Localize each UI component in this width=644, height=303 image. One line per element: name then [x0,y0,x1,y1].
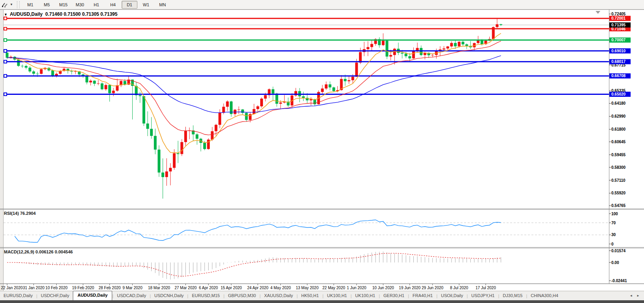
line-price-label: 0.69010 [611,49,626,53]
time-tick-label: 6 Apr 2020 [199,286,218,290]
chart-tab-bar: EURUSD,Daily|USDCHF,DailyAUDUSD,Daily|US… [0,291,644,300]
chart-tab-ger30-h1[interactable]: GER30,H1 [380,292,408,300]
time-tick-label: 15 Apr 2020 [220,286,242,290]
collapse-chart-icon[interactable]: ▼ [4,13,7,17]
time-tick-label: 29 Jun 2020 [422,286,443,290]
price-tick-label: 0.55920 [611,191,626,195]
time-tick-label: 19 Feb 2020 [72,286,94,290]
time-tick-label: 19 Jun 2020 [399,286,420,290]
chart-tab-uk100-h1[interactable]: UK100,H1 [324,292,351,300]
timeframe-button-m5[interactable]: M5 [39,1,55,9]
timeframe-button-m15[interactable]: M15 [56,1,71,9]
line-price-label: 0.65020 [611,92,626,96]
tab-scroll-controls: ◄► [627,291,644,300]
time-tick-label: 22 Jan 2020 [1,286,22,290]
line-handle[interactable] [4,39,7,41]
chart-tab-uk100-h1[interactable]: UK100,H1 [352,292,379,300]
rsi-axis-label: 70 [611,221,616,225]
chart-tab-eurusd-m15[interactable]: EURUSD,M15 [188,292,223,300]
timeframe-button-w1[interactable]: W1 [138,1,154,9]
time-tick-label: 9 Mar 2020 [122,286,142,290]
time-tick-label: 18 Mar 2020 [148,286,170,290]
line-handle[interactable] [4,93,7,96]
macd-axis-label: 0.01574 [611,249,626,253]
candle [158,145,161,177]
macd-axis-label: 0.00 [611,261,619,265]
candle [260,98,263,108]
tab-scroll-left-icon[interactable]: ◄ [627,294,635,297]
tab-scroll-right-icon[interactable]: ► [635,294,642,297]
line-handle[interactable] [4,28,7,30]
rsi-current-value: 76.2904 [20,211,36,216]
timeframe-button-m1[interactable]: M1 [22,1,38,9]
price-tick-label: 0.59455 [611,153,626,157]
candle [101,82,104,90]
time-tick-label: 24 Apr 2020 [247,286,268,290]
price-tick-label: 0.61800 [611,127,626,131]
price-tick-label: 0.72405 [611,12,626,16]
line-price-label: 0.70007 [611,38,626,42]
timeframe-button-mn[interactable]: MN [155,1,170,9]
price-tick-label: 0.64180 [611,101,626,105]
chart-tab-usdchf-daily[interactable]: USDCHF,Daily [37,292,73,300]
candle [386,40,389,59]
chart-tab-usdjpy-h1[interactable]: USDJPY,H1 [468,292,498,300]
current-price-label: 0.71395 [611,23,626,27]
macd-axis-label: -0.02441 [611,279,627,283]
line-handle[interactable] [4,60,7,63]
chart-title: ▼AUDUSD,Daily 0.71460 0.71500 0.71305 0.… [4,11,117,17]
chart-symbol-label: AUDUSD,Daily [10,11,43,17]
timeframe-button-d1[interactable]: D1 [122,1,137,9]
window-bottom-edge [0,300,644,303]
price-chart[interactable]: 22 Jan 202031 Jan 202010 Feb 202019 Feb … [0,9,644,291]
toolbar-grip[interactable] [17,1,20,8]
timeframe-button-h4[interactable]: H4 [105,1,121,9]
chart-tab-usdcad-daily[interactable]: USDCAD,Daily [113,292,150,300]
candle [207,138,210,150]
timeframe-button-h1[interactable]: H1 [89,1,104,9]
macd-indicator-label: MACD(12,26,9) 0.006126 0.004546 [4,249,73,254]
time-tick-label: 4 May 2020 [270,286,291,290]
line-handle[interactable] [4,17,7,20]
line-price-label: 0.66708 [611,74,626,78]
time-tick-label: 27 Mar 2020 [174,286,197,290]
time-tick-label: 10 Feb 2020 [45,286,68,290]
rsi-axis-label: 0 [611,242,614,246]
chart-tab-gbpusd-m30[interactable]: GBPUSD,M30 [224,292,259,300]
candle [40,68,43,74]
tool-dropdown-caret-icon[interactable]: ▼ [10,3,13,6]
toolbar: ▼ M1M5M15M30H1H4D1W1MN [0,0,644,9]
chart-tab-hk50-h1[interactable]: HK50,H1 [298,292,322,300]
line-handle[interactable] [4,74,7,77]
price-tick-label: 0.60645 [611,140,626,144]
chart-tab-dj30-m15[interactable]: DJ30,M15 [499,292,526,300]
chart-tab-china300-h4[interactable]: CHINA300,H4 [527,292,562,300]
price-tick-label: 0.62990 [611,114,626,118]
time-tick-label: 8 Jul 2020 [450,286,468,290]
chart-tab-eurusd-daily[interactable]: EURUSD,Daily [0,292,36,300]
line-handle[interactable] [4,50,7,52]
chart-tab-audusd-daily[interactable]: AUDUSD,Daily [73,291,112,301]
timeframe-button-m30[interactable]: M30 [72,1,88,9]
rsi-axis-label: 100 [611,212,618,216]
time-tick-label: 1 Jun 2020 [347,286,366,290]
line-price-label: 0.72001 [611,16,626,20]
line-price-label: 0.68017 [611,59,626,64]
time-tick-label: 13 May 2020 [296,286,318,290]
chart-tab-xauusd-daily[interactable]: XAUUSD,Daily [261,292,296,300]
time-tick-label: 10 Jun 2020 [372,286,394,290]
chart-tab-fra40-h1[interactable]: FRA40,H1 [409,292,436,300]
price-tick-label: 0.54765 [611,203,626,208]
chart-tab-usdcnh-daily[interactable]: USDCNH,Daily [151,292,187,300]
chart-window: 22 Jan 202031 Jan 202010 Feb 202019 Feb … [0,9,644,291]
time-tick-label: 22 May 2020 [322,286,345,290]
candle [142,96,145,126]
time-tick-label: 28 Feb 2020 [98,286,121,290]
price-tick-label: 0.57110 [611,178,625,183]
chart-ohlc-values: 0.71460 0.71500 0.71305 0.71395 [45,11,118,17]
time-tick-label: 31 Jan 2020 [23,286,44,290]
draw-tool-icon[interactable] [1,1,9,8]
chart-tab-usoil-daily[interactable]: USOil,Daily [437,292,466,300]
macd-current-values: 0.006126 0.004546 [35,249,73,254]
price-tick-label: 0.58300 [611,165,626,170]
